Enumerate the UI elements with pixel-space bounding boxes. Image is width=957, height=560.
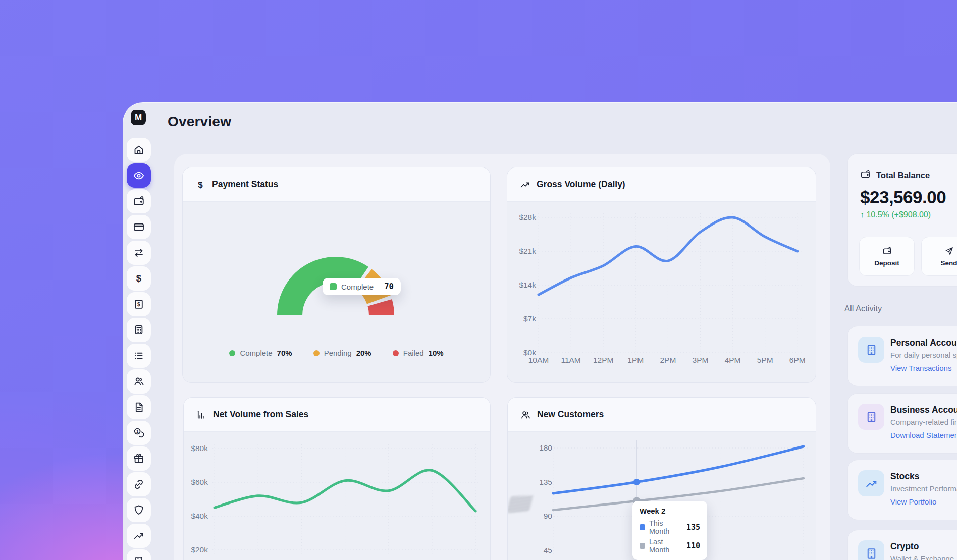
- building-icon: [858, 337, 884, 363]
- activity-card-business-account[interactable]: Business AccountCompany-related finances…: [847, 393, 957, 454]
- sidebar-item-calculator[interactable]: [127, 318, 151, 342]
- svg-text:1PM: 1PM: [627, 356, 644, 364]
- net-volume-header: Net Volume from Sales: [184, 398, 490, 432]
- send-icon: [944, 246, 954, 256]
- sidebar-item-transfers[interactable]: [127, 241, 151, 265]
- wallet-icon: [860, 169, 871, 182]
- gift-icon: [133, 453, 145, 465]
- activity-link[interactable]: View Transactions: [890, 364, 951, 372]
- trending-up-icon: [858, 470, 884, 496]
- payment-status-body: Complete 70 Complete70%Pending20%Failed1…: [183, 202, 490, 382]
- sidebar-item-coins[interactable]: 1: [127, 421, 151, 445]
- legend-value: 70%: [277, 349, 292, 357]
- trending-up-icon: [519, 179, 530, 190]
- svg-text:3PM: 3PM: [693, 356, 709, 364]
- new-customers-body: 1801359045 Week 2 This Month135Last Mont…: [508, 432, 816, 560]
- svg-text:$21k: $21k: [519, 247, 536, 255]
- app-logo-letter: M: [135, 113, 142, 123]
- card-title: Gross Volume (Daily): [537, 179, 625, 190]
- svg-text:$14k: $14k: [519, 281, 536, 289]
- gauge-tooltip: Complete 70: [323, 278, 401, 295]
- users-icon: [133, 375, 145, 387]
- app-logo[interactable]: M: [131, 110, 146, 125]
- sidebar-item-credit-card[interactable]: [127, 215, 151, 239]
- series-label: Last Month: [649, 538, 682, 554]
- sidebar-item-gift[interactable]: [127, 446, 151, 471]
- gross-volume-chart: $28k$21k$14k$7k$0k10AM11AM12PM1PM2PM3PM4…: [507, 202, 816, 383]
- sidebar-item-eye[interactable]: [127, 163, 151, 188]
- tooltip-row: Last Month110: [640, 538, 700, 554]
- document-icon: [133, 401, 145, 413]
- series-label: This Month: [649, 519, 682, 535]
- charts-panel: $ Payment Status Complete 70 Complete70%…: [174, 154, 830, 560]
- activity-title: Personal Account: [890, 338, 957, 348]
- transfers-icon: [133, 247, 145, 259]
- balance-actions: DepositSend: [859, 237, 957, 276]
- sidebar-item-home[interactable]: [127, 138, 151, 162]
- total-balance-head: Total Balance: [860, 169, 930, 182]
- legend-item-complete: Complete70%: [229, 349, 292, 357]
- screen: M Overview $$1 $ Payment Status Complete…: [0, 0, 957, 560]
- trending-up-icon: [133, 530, 145, 542]
- svg-text:11AM: 11AM: [561, 356, 580, 364]
- bar-chart-icon: [196, 409, 207, 420]
- net-volume-body: $80k$60k$40k$20k: [184, 432, 490, 560]
- svg-text:4PM: 4PM: [725, 356, 741, 364]
- sidebar-item-building[interactable]: [127, 549, 151, 560]
- tooltip-row: This Month135: [640, 519, 700, 535]
- legend-item-failed: Failed10%: [393, 349, 444, 357]
- gauge-legend: Complete70%Pending20%Failed10%: [183, 349, 490, 357]
- action-label: Deposit: [874, 259, 899, 267]
- sidebar-item-list[interactable]: [127, 344, 151, 368]
- activity-card-stocks[interactable]: StocksInvestment PerformanceView Portfol…: [847, 460, 957, 520]
- svg-text:10AM: 10AM: [528, 356, 549, 364]
- svg-text:12PM: 12PM: [593, 356, 614, 364]
- shield-icon: [133, 504, 145, 516]
- sidebar-item-link[interactable]: [127, 472, 151, 496]
- total-balance-change: ↑ 10.5% (+$908.00): [860, 210, 931, 219]
- net-volume-chart: $80k$60k$40k$20k: [184, 432, 491, 560]
- calculator-icon: [133, 324, 145, 336]
- svg-text:$28k: $28k: [519, 213, 536, 221]
- deposit-button[interactable]: Deposit: [859, 237, 915, 276]
- activity-link[interactable]: Download Statement: [890, 431, 957, 439]
- dollar-icon: $: [133, 272, 145, 285]
- sidebar-item-shield[interactable]: [127, 498, 151, 522]
- svg-text:1: 1: [136, 429, 139, 434]
- users-icon: [520, 409, 531, 420]
- activity-card-personal-account[interactable]: Personal AccountFor daily personal spend…: [847, 326, 957, 386]
- card-title: Net Volume from Sales: [213, 409, 308, 420]
- sidebar-item-dollar[interactable]: $: [127, 266, 151, 291]
- invoice-icon: $: [133, 298, 145, 310]
- activity-link[interactable]: View Portfolio: [890, 497, 936, 506]
- activity-subtitle: Wallet & Exchange: [890, 554, 954, 560]
- action-label: Send: [940, 259, 957, 267]
- new-customers-card: New Customers 1801359045 Week 2 This Mon…: [507, 397, 816, 560]
- credit-card-icon: [133, 221, 145, 233]
- series-value: 135: [686, 523, 700, 532]
- send-button[interactable]: Send: [921, 237, 957, 276]
- sidebar-item-document[interactable]: [127, 395, 151, 419]
- page-title: Overview: [168, 114, 231, 130]
- activity-subtitle: Company-related finances: [890, 418, 957, 426]
- svg-text:$20k: $20k: [191, 545, 208, 554]
- tooltip-label: Complete: [341, 283, 374, 291]
- payment-status-header: $ Payment Status: [183, 167, 490, 202]
- wallet-icon: [133, 195, 145, 207]
- legend-item-pending: Pending20%: [313, 349, 371, 357]
- svg-text:$80k: $80k: [191, 444, 208, 453]
- eye-icon: [133, 170, 145, 182]
- sidebar-item-invoice[interactable]: $: [127, 292, 151, 316]
- payment-status-card: $ Payment Status Complete 70 Complete70%…: [182, 167, 491, 383]
- svg-text:$40k: $40k: [191, 512, 208, 520]
- legend-value: 20%: [356, 349, 371, 357]
- wallet-icon: [882, 246, 892, 256]
- sidebar-item-wallet[interactable]: [127, 189, 151, 213]
- sidebar-item-users[interactable]: [127, 369, 151, 394]
- total-balance-card: Total Balance $23,569.00 ↑ 10.5% (+$908.…: [847, 153, 957, 287]
- svg-text:6PM: 6PM: [789, 356, 806, 364]
- svg-text:135: 135: [539, 478, 552, 486]
- total-balance-label: Total Balance: [876, 171, 930, 180]
- sidebar-item-trending-up[interactable]: [127, 524, 151, 548]
- activity-card-crypto[interactable]: CryptoWallet & Exchange: [847, 530, 957, 560]
